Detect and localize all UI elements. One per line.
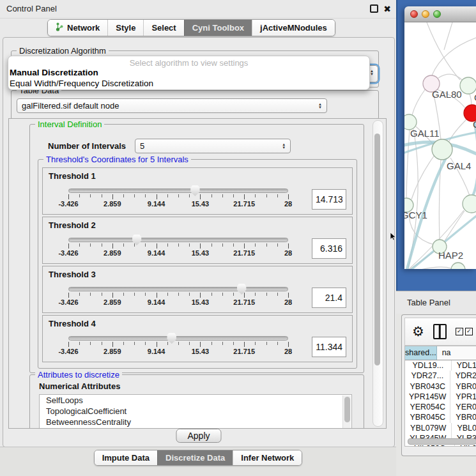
tab-select[interactable]: Select [143,20,183,36]
slider-track[interactable] [68,336,288,341]
gear-icon[interactable]: ⚙ [412,325,424,338]
table-panel-titlebar: Table Panel [396,291,476,314]
algorithm-option[interactable]: Manual Discretization [8,68,369,79]
scale-label: 15.43 [192,298,210,306]
slider-scale-labels: -3.4262.8599.14415.4321.71528 [68,348,288,355]
zoom-traffic-light-icon[interactable] [433,10,441,18]
node-label: GCY1 [404,210,427,220]
cell-name[interactable]: YER0 [450,402,476,412]
threshold-label: Threshold 2 [49,220,346,230]
table-row[interactable]: YPR145WYPR1 [405,392,476,402]
tab-impute-data[interactable]: Impute Data [95,450,157,465]
tab-style[interactable]: Style [107,20,143,36]
table-row[interactable]: YDR27...YDR2 [405,371,476,381]
vertical-scrollbar[interactable] [372,120,383,427]
cell-name[interactable]: YBR0 [450,381,476,392]
node-label: HAP2 [438,250,463,261]
threshold-value-field[interactable] [312,238,346,259]
cell-shared-name[interactable]: YBR045C [405,412,450,422]
scale-label: 9.144 [148,200,165,208]
table-row[interactable]: YBL079WYBL0 [405,423,476,433]
column-header-shared-name[interactable]: shared... [405,346,437,360]
tab-network[interactable]: Network [48,20,107,36]
split-columns-icon[interactable] [433,324,447,339]
cell-name[interactable]: YDL1 [452,360,476,371]
tab-infer-network[interactable]: Infer Network [233,450,302,465]
scale-label: 2.859 [104,298,121,306]
slider-track[interactable] [68,287,288,291]
network-icon [56,22,64,33]
algorithm-option[interactable]: Equal Width/Frequency Discretization [8,79,369,89]
threshold-slider[interactable]: -3.4262.8599.14415.4321.71528 [56,329,300,365]
cell-name[interactable]: YPR1 [450,392,476,402]
threshold-slider[interactable]: -3.4262.8599.14415.4321.71528 [56,231,300,266]
threshold-panel: Threshold 4 -3.4262.8599.14415.4321.7152… [42,315,353,362]
table-row[interactable]: YDL19...YDL1 [405,360,476,371]
threshold-value-field[interactable] [312,189,346,210]
number-of-intervals-combobox[interactable]: 5 ▲▼ [135,139,291,153]
table-row[interactable]: YER054CYER0 [405,402,476,412]
attribute-item[interactable]: TopologicalCoefficient [40,406,351,417]
table-panel-area: Table Panel ⚙ ✓ ✓ shared... na YDL19...Y… [396,291,476,476]
float-window-icon[interactable] [370,4,378,13]
threshold-slider[interactable]: -3.4262.8599.14415.4321.71528 [56,280,300,316]
cell-shared-name[interactable]: YBL079W [405,423,452,433]
cell-shared-name[interactable]: YDL19... [405,360,452,371]
network-node[interactable] [451,263,465,269]
control-panel: Control Panel ✖ NetworkStyleSelectCyni T… [0,0,396,476]
tab-discretize-data[interactable]: Discretize Data [157,450,233,465]
table-toolbar: ⚙ ✓ ✓ [404,318,476,346]
interval-definition-group: Interval Definition Number of Intervals … [29,124,364,373]
attribute-item[interactable]: BetweennessCentrality [40,417,351,427]
network-node[interactable] [463,195,476,213]
checkbox-icon[interactable]: ✓ [456,328,463,335]
desktop-background: GAL80GCGAL11GAL4GCY1HHAP2 [396,0,476,291]
column-header-name[interactable]: na [437,346,476,360]
control-panel-titlebar: Control Panel ✖ [0,0,396,19]
slider-ticks [68,293,288,298]
minimize-traffic-light-icon[interactable] [422,10,429,18]
slider-track[interactable] [68,238,288,242]
slider-ticks [68,342,288,347]
node-table: shared... na YDL19...YDL1YDR27...YDR2YBR… [404,346,476,447]
scrollbar-thumb[interactable] [374,134,380,365]
attribute-item[interactable]: SelfLoops [40,395,351,406]
network-canvas[interactable]: GAL80GCGAL11GAL4GCY1HHAP2 [404,22,476,269]
cell-shared-name[interactable]: YDR27... [405,371,450,381]
scale-label: 28 [284,249,292,257]
slider-track[interactable] [68,188,288,193]
horizontal-scrollbar[interactable] [408,438,476,444]
threshold-value-field[interactable] [312,337,346,357]
apply-button[interactable]: Apply [176,429,221,443]
algorithm-dropdown-popup: Select algorithm to view settings Manual… [8,56,370,90]
table-row[interactable]: YBR043CYBR0 [405,381,476,392]
checkbox-icon[interactable]: ✓ [465,328,473,335]
scale-label: 2.859 [104,348,121,355]
scale-label: 15.43 [192,200,210,208]
network-node[interactable] [432,139,452,160]
node-label: GAL80 [432,89,462,100]
scale-label: 2.859 [104,200,121,208]
tab-jactivemnodules[interactable]: jActiveMNodules [252,20,335,36]
table-row[interactable]: YBR045CYBR0 [405,412,476,422]
scale-label: 28 [284,348,292,355]
bottom-tab-bar: Impute DataDiscretize DataInfer Network [94,450,303,466]
slider-ticks [68,243,288,249]
list-scrollbar[interactable] [342,395,351,429]
tab-cyni-toolbox[interactable]: Cyni Toolbox [184,20,252,36]
threshold-value-field[interactable] [312,288,346,308]
network-window-titlebar[interactable] [404,6,476,22]
cell-name[interactable]: YBL0 [452,423,476,433]
table-panel: ⚙ ✓ ✓ shared... na YDL19...YDL1YDR27...Y… [401,314,476,456]
cell-shared-name[interactable]: YPR145W [405,392,450,402]
cell-name[interactable]: YBR0 [450,412,476,422]
cell-shared-name[interactable]: YBR043C [405,381,450,392]
cell-shared-name[interactable]: YER054C [405,402,450,412]
numerical-attributes-list[interactable]: SelfLoopsTopologicalCoefficientBetweenne… [39,394,352,429]
table-data-combobox[interactable]: galFiltered.sif default node ▲▼ [17,98,327,113]
combo-value: galFiltered.sif default node [22,101,119,111]
close-traffic-light-icon[interactable] [410,10,418,18]
close-icon[interactable]: ✖ [383,5,391,13]
cell-name[interactable]: YDR2 [450,371,476,381]
threshold-slider[interactable]: -3.4262.8599.14415.4321.71528 [56,181,300,217]
